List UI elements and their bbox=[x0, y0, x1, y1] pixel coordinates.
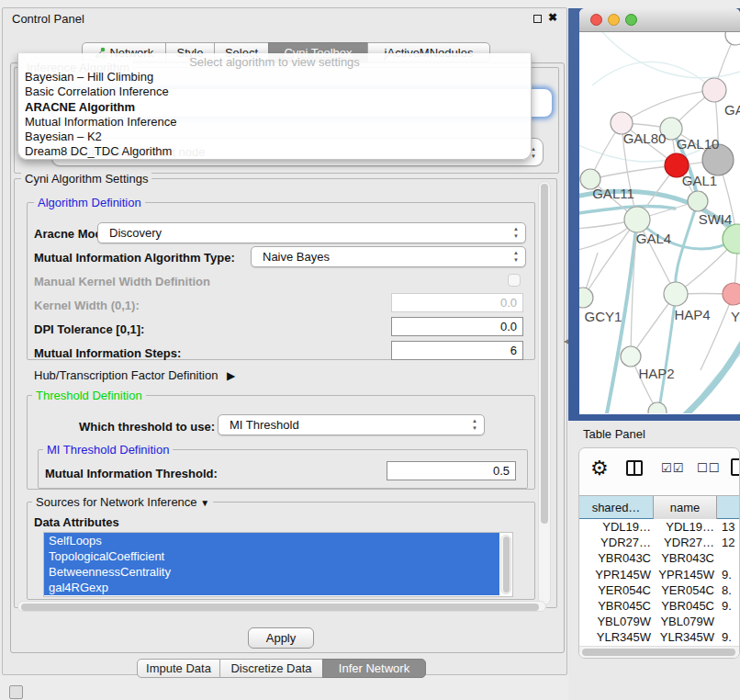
cell[interactable] bbox=[720, 614, 739, 629]
tab-label: Discretize Data bbox=[230, 661, 311, 675]
cell[interactable]: YPR145W bbox=[654, 567, 714, 582]
network-node[interactable] bbox=[621, 346, 641, 367]
settings-hscrollbar[interactable] bbox=[17, 601, 546, 612]
network-canvas[interactable]: GAL GAL80 GAL10 GAL1 GAL11 SWI4 GAL4 GCY… bbox=[579, 32, 740, 413]
column-header-partial[interactable] bbox=[717, 496, 740, 520]
node-label: Y bbox=[731, 309, 740, 324]
cell[interactable]: 9. bbox=[720, 598, 739, 614]
table-row[interactable]: YBR045CYBR045C9. bbox=[579, 598, 739, 614]
mi-type-value: Naive Bayes bbox=[263, 247, 330, 266]
table-panel: ⚙ ☑☑ ☐☐ shared… name YDL19…YDL19…13 YDR2… bbox=[578, 447, 740, 659]
mac-zoom-icon[interactable] bbox=[625, 14, 637, 26]
which-threshold-combo[interactable]: MI Threshold ▲▼ bbox=[218, 414, 485, 435]
column-header-name[interactable]: name bbox=[654, 496, 717, 520]
which-threshold-label: Which threshold to use: bbox=[79, 420, 215, 434]
data-attributes-list[interactable]: SelfLoops TopologicalCoefficient Between… bbox=[43, 532, 513, 597]
network-node[interactable] bbox=[664, 282, 688, 306]
cell[interactable]: YBR043C bbox=[654, 550, 714, 566]
list-vscrollbar-thumb[interactable] bbox=[503, 536, 510, 593]
columns-icon[interactable] bbox=[626, 460, 643, 476]
close-icon[interactable]: ✖ bbox=[548, 11, 557, 24]
cell[interactable]: YBL079W bbox=[579, 614, 651, 629]
tab-impute-data[interactable]: Impute Data bbox=[137, 659, 220, 678]
mac-close-icon[interactable] bbox=[590, 14, 602, 26]
cell[interactable]: YDL19… bbox=[579, 519, 651, 535]
table-row[interactable]: YPR145WYPR145W9. bbox=[579, 567, 739, 582]
floating-panel-icon[interactable] bbox=[9, 685, 23, 699]
settings-vscrollbar[interactable] bbox=[538, 181, 551, 605]
manual-kernel-checkbox[interactable] bbox=[508, 274, 521, 287]
network-node[interactable] bbox=[723, 224, 740, 254]
cell[interactable] bbox=[720, 550, 739, 566]
node-label: GAL1 bbox=[682, 173, 717, 188]
document-icon[interactable] bbox=[731, 458, 740, 476]
network-window-titlebar[interactable] bbox=[579, 8, 740, 32]
cell[interactable]: 9. bbox=[720, 629, 739, 645]
cell[interactable]: 9. bbox=[720, 567, 739, 582]
table-hscrollbar-thumb[interactable] bbox=[582, 649, 735, 656]
table-row[interactable]: YER054CYER054C8. bbox=[579, 582, 739, 598]
list-item[interactable]: gal4RGexp bbox=[44, 580, 499, 595]
deselect-all-checks-icon[interactable]: ☐☐ bbox=[697, 461, 720, 475]
cell[interactable]: YBL079W bbox=[654, 614, 714, 629]
gear-icon[interactable]: ⚙ bbox=[590, 457, 609, 480]
network-node[interactable] bbox=[723, 283, 740, 305]
cell[interactable]: YER054C bbox=[579, 582, 651, 598]
table-row[interactable]: YDR27…YDR27…12 bbox=[579, 535, 739, 550]
tab-infer-network[interactable]: Infer Network bbox=[322, 659, 426, 678]
cell[interactable]: 8. bbox=[720, 582, 739, 598]
dropdown-item[interactable]: Mutual Information Inference bbox=[18, 115, 531, 130]
mi-type-combo[interactable]: Naive Bayes ▲▼ bbox=[251, 246, 526, 267]
column-header-shared[interactable]: shared… bbox=[579, 496, 654, 520]
cell[interactable]: YBR045C bbox=[654, 598, 714, 614]
cell[interactable]: YBR045C bbox=[579, 598, 651, 614]
list-item[interactable]: BetweennessCentrality bbox=[44, 564, 499, 580]
table-row[interactable]: YBL079WYBL079W bbox=[579, 614, 739, 629]
mi-threshold-label: Mutual Information Threshold: bbox=[45, 467, 218, 480]
network-node[interactable] bbox=[579, 288, 593, 308]
network-node[interactable] bbox=[688, 191, 708, 211]
table-row[interactable]: YLR345WYLR345W9. bbox=[579, 629, 739, 645]
sources-group-title[interactable]: Sources for Network Inference ▼ bbox=[32, 495, 213, 509]
mac-minimize-icon[interactable] bbox=[608, 14, 620, 26]
apply-button[interactable]: Apply bbox=[248, 627, 314, 649]
table-hscrollbar[interactable] bbox=[579, 646, 739, 658]
kernel-width-field[interactable]: 0.0 bbox=[391, 293, 523, 312]
dropdown-item[interactable]: Bayesian – K2 bbox=[18, 130, 531, 144]
network-node[interactable] bbox=[624, 207, 650, 232]
settings-hscrollbar-thumb[interactable] bbox=[21, 604, 539, 611]
cell[interactable]: YPR145W bbox=[579, 567, 651, 582]
select-all-checks-icon[interactable]: ☑☑ bbox=[661, 461, 684, 475]
tab-discretize-data[interactable]: Discretize Data bbox=[219, 659, 323, 678]
table-row[interactable]: YDL19…YDL19…13 bbox=[579, 519, 739, 535]
mi-steps-field[interactable]: 6 bbox=[391, 341, 523, 360]
list-item[interactable]: SelfLoops bbox=[44, 533, 499, 548]
cell[interactable]: 13 bbox=[720, 519, 739, 535]
dropdown-item[interactable]: Dream8 DC_TDC Algorithm bbox=[18, 144, 531, 159]
dropdown-item-selected[interactable]: ARACNE Algorithm bbox=[18, 100, 531, 115]
cell[interactable]: YLR345W bbox=[654, 629, 714, 645]
aracne-mode-combo[interactable]: Discovery ▲▼ bbox=[97, 222, 526, 243]
settings-vscrollbar-thumb[interactable] bbox=[541, 184, 548, 524]
cyni-settings-title: Cyni Algorithm Settings bbox=[21, 172, 151, 186]
network-node[interactable] bbox=[648, 402, 667, 413]
dropdown-item[interactable]: Basic Correlation Inference bbox=[18, 85, 531, 99]
cell[interactable]: YDL19… bbox=[654, 519, 714, 535]
dropdown-item[interactable]: Bayesian – Hill Climbing bbox=[18, 70, 531, 85]
cell[interactable]: 12 bbox=[720, 535, 739, 550]
list-vscrollbar[interactable] bbox=[500, 535, 511, 594]
cell[interactable]: YLR345W bbox=[579, 629, 651, 645]
cell[interactable]: YER054C bbox=[654, 582, 714, 598]
cell[interactable]: YDR27… bbox=[654, 535, 714, 550]
mi-threshold-field[interactable]: 0.5 bbox=[387, 461, 516, 480]
network-node[interactable] bbox=[725, 32, 740, 45]
list-item[interactable]: TopologicalCoefficient bbox=[44, 548, 499, 564]
tab-label: Infer Network bbox=[339, 661, 409, 675]
float-window-icon[interactable] bbox=[533, 15, 542, 23]
cell[interactable]: YBR043C bbox=[579, 550, 651, 566]
table-row[interactable]: YBR043CYBR043C bbox=[579, 550, 739, 566]
network-node[interactable] bbox=[702, 78, 726, 102]
dpi-tolerance-field[interactable]: 0.0 bbox=[391, 317, 523, 336]
hub-definition-toggle[interactable]: Hub/Transcription Factor Definition ▶ bbox=[34, 368, 235, 382]
cell[interactable]: YDR27… bbox=[579, 535, 651, 550]
